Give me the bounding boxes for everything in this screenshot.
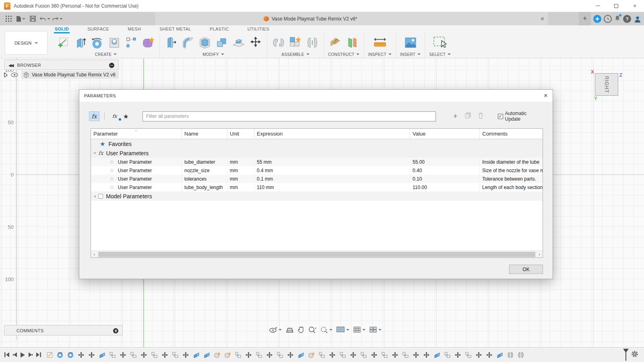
col-value[interactable]: Value (410, 129, 480, 139)
timeline-step-forward-icon[interactable] (28, 352, 33, 358)
combine-icon[interactable] (215, 35, 229, 50)
file-menu-icon[interactable] (15, 14, 26, 24)
favorite-star-outline-icon[interactable]: ☆ (109, 159, 114, 165)
document-tab-close-icon[interactable]: × (541, 15, 544, 23)
extrude-feature-icon[interactable] (297, 352, 304, 358)
row-value[interactable]: 110.00 (410, 183, 480, 191)
row-expression[interactable]: 110 mm (254, 183, 410, 191)
revolve-icon[interactable] (90, 35, 105, 50)
table-row[interactable]: ☆User Parameternozzle_sizemm0.4 mm0.40Si… (91, 166, 543, 175)
favorite-star-outline-icon[interactable]: ☆ (109, 167, 114, 173)
col-comments[interactable]: Comments (480, 129, 543, 139)
shell-icon[interactable] (198, 35, 212, 50)
pan-icon[interactable] (298, 326, 304, 333)
favorite-star-outline-icon[interactable]: ☆ (109, 176, 114, 182)
add-parameter-icon[interactable]: + (450, 112, 460, 121)
new-component-icon[interactable] (288, 35, 303, 50)
construct-plane-icon[interactable] (328, 35, 343, 50)
form-icon[interactable] (141, 35, 155, 50)
browser-minimize-icon[interactable] (109, 63, 114, 68)
comments-expand-icon[interactable] (113, 328, 118, 333)
notifications-icon[interactable] (614, 15, 621, 23)
form-feature-icon[interactable] (308, 352, 315, 358)
collapse-panel-icon[interactable]: ◀◀ (8, 63, 13, 68)
minimize-button[interactable] (588, 0, 607, 12)
fillet-icon[interactable] (181, 35, 195, 50)
automatic-update-checkbox[interactable]: ✓ Automatic Update (498, 111, 543, 122)
save-icon[interactable] (27, 14, 38, 24)
maximize-button[interactable] (607, 0, 625, 12)
model-parameters-group-row[interactable]: › Model Parameters (91, 191, 543, 201)
favorites-filter-icon[interactable]: ★ (123, 113, 129, 120)
timeline-marker[interactable] (623, 349, 629, 361)
move-feature-icon[interactable] (371, 352, 378, 358)
joint-feature-icon[interactable] (517, 352, 524, 358)
insert-image-icon[interactable] (403, 35, 418, 50)
ok-button[interactable]: OK (509, 265, 543, 274)
form-feature-icon[interactable] (224, 352, 231, 358)
row-expression[interactable]: 55 mm (254, 158, 410, 166)
row-unit[interactable]: mm (227, 175, 254, 183)
joint-feature-icon[interactable] (507, 352, 514, 358)
col-name[interactable]: Name (182, 129, 227, 139)
viewports-icon[interactable] (369, 327, 382, 333)
table-row[interactable]: ☆User Parametertube_body_lengthmm110 mm1… (91, 183, 543, 191)
inspect-group-label[interactable]: INSPECT (368, 51, 391, 58)
filter-input[interactable] (142, 111, 436, 121)
collapse-chevron-icon[interactable]: › (92, 152, 98, 154)
component-feature-icon[interactable] (151, 352, 158, 358)
table-row[interactable]: ☆User Parametertolerancesmm0.1 mm0.10Tol… (91, 175, 543, 183)
tab-mesh[interactable]: MESH (127, 27, 142, 33)
extrude-feature-icon[interactable] (203, 352, 210, 358)
workspace-selector[interactable]: DESIGN (5, 31, 47, 55)
row-value[interactable]: 55.00 (410, 158, 480, 166)
component-feature-icon[interactable] (444, 352, 451, 358)
move-feature-icon[interactable] (486, 352, 493, 358)
row-expression[interactable]: 0.1 mm (254, 175, 410, 183)
timeline-play-icon[interactable] (20, 352, 25, 358)
insert-group-label[interactable]: INSERT (400, 51, 421, 58)
redo-icon[interactable] (52, 14, 63, 24)
timeline-goto-start-icon[interactable] (4, 352, 10, 358)
component-feature-icon[interactable] (109, 352, 116, 358)
move-feature-icon[interactable] (182, 352, 189, 358)
move-feature-icon[interactable] (475, 352, 482, 358)
col-expression[interactable]: Expression (254, 129, 410, 139)
timeline-goto-end-icon[interactable] (36, 352, 41, 358)
viewcube[interactable]: RIGHT (595, 73, 618, 96)
display-settings-icon[interactable] (336, 327, 349, 333)
move-feature-icon[interactable] (423, 352, 430, 358)
extensions-icon[interactable] (593, 15, 601, 23)
create-group-label[interactable]: CREATE (95, 51, 117, 58)
select-group-label[interactable]: SELECT (429, 51, 451, 58)
move-feature-icon[interactable] (350, 352, 357, 358)
move-feature-icon[interactable] (88, 352, 95, 358)
help-icon[interactable]: ? (623, 15, 631, 23)
component-feature-icon[interactable] (277, 352, 283, 358)
undo-icon[interactable] (39, 14, 50, 24)
user-parameters-filter-icon[interactable]: fx (89, 111, 99, 121)
dialog-titlebar[interactable]: PARAMETERS × (79, 90, 553, 102)
move-feature-icon[interactable] (392, 352, 398, 358)
component-feature-icon[interactable] (381, 352, 388, 358)
horizontal-scrollbar[interactable]: ‹ › (91, 251, 543, 257)
form-feature-icon[interactable] (214, 352, 221, 358)
row-value[interactable]: 0.10 (410, 175, 480, 183)
row-unit[interactable]: mm (227, 158, 254, 166)
row-name[interactable]: tube_diameter (182, 158, 227, 166)
user-parameters-group-row[interactable]: › fx User Parameters (91, 148, 543, 158)
col-unit[interactable]: Unit (227, 129, 254, 139)
extrude-feature-icon[interactable] (99, 352, 105, 358)
component-feature-icon[interactable] (256, 352, 262, 358)
document-tab[interactable]: Vase Mode Playmat Tube Remix V2 v6* × (155, 12, 548, 25)
revolve-feature-icon[interactable] (57, 352, 64, 358)
visibility-eye-icon[interactable] (11, 72, 18, 77)
row-comment[interactable]: Tolerance between parts. (480, 175, 543, 183)
component-feature-icon[interactable] (339, 352, 346, 358)
create-sketch-icon[interactable] (56, 35, 71, 50)
scroll-left-icon[interactable]: ‹ (91, 252, 97, 257)
assemble-group-label[interactable]: ASSEMBLE (281, 51, 309, 58)
revolve-feature-icon[interactable] (67, 352, 74, 358)
move-feature-icon[interactable] (287, 352, 294, 358)
extrude-icon[interactable] (73, 35, 88, 50)
